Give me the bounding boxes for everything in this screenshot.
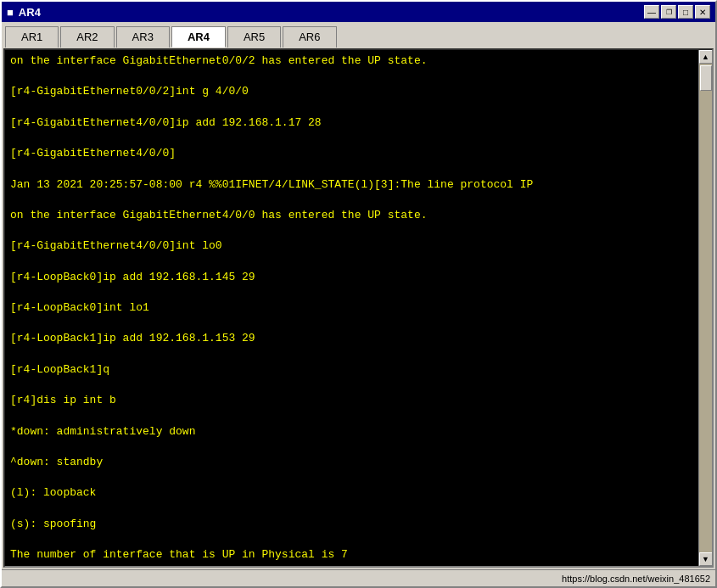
scroll-down-button[interactable]: ▼ <box>699 552 713 566</box>
title-bar-left: ■ AR4 <box>7 6 41 19</box>
title-bar: ■ AR4 — ❐ □ ✕ <box>2 2 715 22</box>
content-area: on the interface GigabitEthernet0/0/2 ha… <box>2 47 715 569</box>
terminal-line: [r4]dis ip int b <box>10 393 693 408</box>
terminal-line: ^down: standby <box>10 455 693 470</box>
tabs-bar: AR1 AR2 AR3 AR4 AR5 AR6 <box>2 22 715 47</box>
maximize-button[interactable]: □ <box>678 5 693 19</box>
tab-ar2[interactable]: AR2 <box>60 26 114 48</box>
main-window: ■ AR4 — ❐ □ ✕ AR1 AR2 AR3 AR4 AR5 AR6 on… <box>0 0 717 588</box>
window-title: AR4 <box>19 6 41 19</box>
tab-ar6[interactable]: AR6 <box>283 26 336 48</box>
tab-ar1[interactable]: AR1 <box>5 26 59 48</box>
title-bar-controls: — ❐ □ ✕ <box>644 5 710 19</box>
scrollbar-thumb[interactable] <box>700 65 712 91</box>
scrollbar: ▲ ▼ <box>698 50 712 566</box>
tab-ar5[interactable]: AR5 <box>227 26 281 48</box>
minimize-button[interactable]: — <box>644 5 659 19</box>
tab-ar4[interactable]: AR4 <box>171 26 226 48</box>
terminal-line: on the interface GigabitEthernet4/0/0 ha… <box>10 208 693 223</box>
restore-button[interactable]: ❐ <box>661 5 676 19</box>
terminal-line: [r4-GigabitEthernet4/0/0]ip add 192.168.… <box>10 115 693 131</box>
terminal-line: [r4-GigabitEthernet4/0/0]int lo0 <box>10 238 693 254</box>
terminal-line: [r4-LoopBack1]q <box>10 362 693 378</box>
tab-ar3[interactable]: AR3 <box>116 26 170 48</box>
status-bar: https://blog.csdn.net/weixin_481652 <box>2 569 715 586</box>
terminal-line: [r4-GigabitEthernet4/0/0] <box>10 146 693 161</box>
status-url: https://blog.csdn.net/weixin_481652 <box>562 574 710 584</box>
terminal-line: *down: administratively down <box>10 424 693 440</box>
terminal-line: (s): spoofing <box>10 517 693 532</box>
scrollbar-track[interactable] <box>699 64 712 552</box>
terminal-line: on the interface GigabitEthernet0/0/2 ha… <box>10 53 693 69</box>
terminal-line: The number of interface that is UP in Ph… <box>10 547 693 563</box>
terminal-line: [r4-LoopBack0]int lo1 <box>10 300 693 316</box>
scroll-up-button[interactable]: ▲ <box>699 50 713 64</box>
terminal-wrapper: on the interface GigabitEthernet0/0/2 ha… <box>3 48 714 568</box>
window-icon: ■ <box>7 6 14 19</box>
terminal-line: (l): loopback <box>10 485 693 501</box>
close-button[interactable]: ✕ <box>695 5 710 19</box>
terminal-output[interactable]: on the interface GigabitEthernet0/0/2 ha… <box>5 50 698 566</box>
terminal-line: [r4-LoopBack0]ip add 192.168.1.145 29 <box>10 270 693 285</box>
terminal-line: Jan 13 2021 20:25:57-08:00 r4 %%01IFNET/… <box>10 177 693 193</box>
terminal-line: [r4-GigabitEthernet0/0/2]int g 4/0/0 <box>10 84 693 99</box>
terminal-line: [r4-LoopBack1]ip add 192.168.1.153 29 <box>10 331 693 346</box>
